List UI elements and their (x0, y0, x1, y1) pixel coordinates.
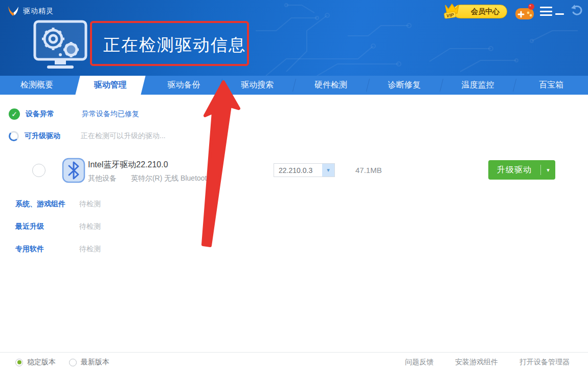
vip-crown-icon: VIP (441, 1, 463, 19)
page-title: 正在检测驱动信息 (103, 34, 246, 57)
driver-name: Intel蓝牙驱动22.210.0 (88, 160, 168, 170)
vip-member-center-button[interactable]: VIP 会员中心 (453, 5, 507, 18)
radio-unselected-icon (69, 359, 77, 366)
upgrade-driver-label: 升级驱动 (488, 165, 540, 176)
bluetooth-icon (61, 158, 86, 183)
category-status: 待检测 (79, 200, 101, 209)
upgrade-driver-button[interactable]: 升级驱动 ▾ (488, 160, 555, 180)
footer-bar: 稳定版本 最新版本 问题反馈 安装游戏组件 打开设备管理器 (0, 352, 588, 372)
spinner-icon (9, 131, 19, 141)
tab-driver-management[interactable]: 驱动管理 (74, 76, 147, 95)
tab-diagnose-repair[interactable]: 诊断修复 (368, 76, 441, 95)
driver-subtitle: 其他设备 英特尔(R) 无线 Bluetooth(R) (88, 174, 233, 183)
tab-driver-search[interactable]: 驱动搜索 (220, 76, 294, 95)
menu-icon[interactable] (540, 7, 552, 16)
monitor-gears-icon (32, 18, 89, 71)
status-detail: 异常设备均已修复 (82, 110, 139, 119)
vip-label: 会员中心 (471, 7, 500, 16)
status-label: 设备异常 (26, 110, 82, 119)
status-row-upgradable-drivers: 可升级驱动 正在检测可以升级的驱动... (9, 131, 166, 141)
install-game-components-link[interactable]: 安装游戏组件 (455, 358, 498, 367)
header: 驱动精灵 (0, 0, 588, 76)
status-row-device-error: ✓ 设备异常 异常设备均已修复 (9, 108, 139, 120)
version-radio-group: 稳定版本 最新版本 (15, 358, 109, 367)
chevron-down-icon[interactable]: ▾ (541, 167, 555, 173)
category-label: 最近升级 (15, 222, 79, 231)
footer-links: 问题反馈 安装游戏组件 打开设备管理器 (405, 358, 570, 367)
category-row-dedicated-software[interactable]: 专用软件 待检测 (15, 245, 101, 254)
category-row-recent-upgrades[interactable]: 最近升级 待检测 (15, 222, 101, 231)
tab-driver-backup[interactable]: 驱动备份 (147, 76, 221, 95)
category-status: 待检测 (79, 245, 101, 254)
app-window: 驱动精灵 (0, 0, 588, 372)
driver-select-checkbox[interactable] (32, 164, 46, 177)
driver-version-dropdown[interactable]: 22.210.0.3 ▾ (274, 163, 335, 177)
category-label: 系统、游戏组件 (15, 200, 79, 209)
radio-selected-icon (15, 359, 23, 366)
driver-version-value: 22.210.0.3 (274, 166, 322, 174)
driver-category: 其他设备 (88, 174, 117, 182)
tab-toolbox[interactable]: 百宝箱 (514, 76, 588, 95)
category-row-system-game-components[interactable]: 系统、游戏组件 待检测 (15, 200, 101, 209)
open-device-manager-link[interactable]: 打开设备管理器 (519, 358, 570, 367)
check-circle-icon: ✓ (9, 108, 20, 120)
category-status: 待检测 (79, 222, 101, 231)
driver-device: 英特尔(R) 无线 Bluetooth(R) (131, 174, 221, 182)
status-detail: 正在检测可以升级的驱动... (81, 132, 166, 141)
driver-size: 47.1MB (355, 166, 382, 174)
tab-bar: 检测概要 驱动管理 驱动备份 驱动搜索 硬件检测 诊断修复 温度监控 百宝箱 (0, 76, 588, 95)
feedback-link[interactable]: 问题反馈 (405, 358, 434, 367)
category-label: 专用软件 (15, 245, 79, 254)
chevron-down-icon[interactable]: ▾ (322, 164, 334, 177)
tab-temperature-monitor[interactable]: 温度监控 (441, 76, 515, 95)
app-logo-icon (7, 6, 19, 17)
undo-arrow-icon[interactable] (570, 4, 583, 16)
svg-text:VIP: VIP (446, 12, 455, 18)
status-label: 可升级驱动 (25, 132, 81, 141)
tab-hardware-check[interactable]: 硬件检测 (294, 76, 368, 95)
tab-detection-summary[interactable]: 检测概要 (0, 76, 74, 95)
main-content: ✓ 设备异常 异常设备均已修复 可升级驱动 正在检测可以升级的驱动... Int… (0, 95, 588, 352)
minimize-button[interactable] (555, 13, 564, 15)
app-name: 驱动精灵 (23, 7, 54, 16)
gamepad-icon[interactable] (514, 3, 536, 21)
radio-stable-version[interactable]: 稳定版本 (15, 358, 56, 367)
radio-latest-version[interactable]: 最新版本 (69, 358, 109, 367)
